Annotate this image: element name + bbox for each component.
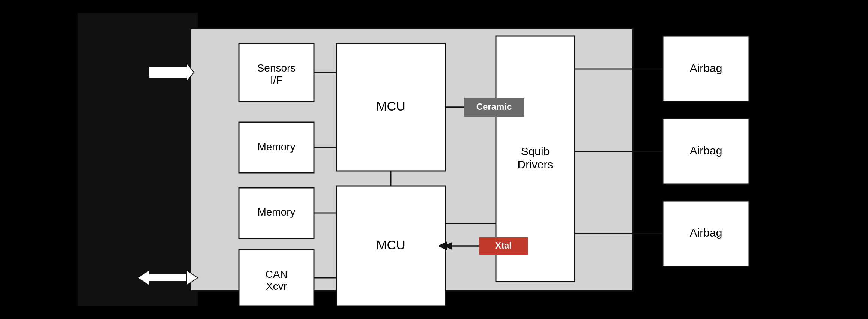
svg-text:Airbag: Airbag — [690, 61, 722, 74]
svg-rect-23 — [149, 274, 186, 282]
diagram-container: Sensors I/F Memory MCU Memory CAN Xcvr M… — [78, 13, 790, 306]
svg-text:Xtal: Xtal — [495, 240, 512, 250]
svg-text:MCU: MCU — [376, 99, 405, 113]
svg-text:I/F: I/F — [270, 74, 283, 86]
svg-text:Memory: Memory — [257, 141, 295, 153]
svg-rect-0 — [78, 13, 198, 306]
svg-text:Sensors: Sensors — [257, 62, 296, 74]
diagram-svg: Sensors I/F Memory MCU Memory CAN Xcvr M… — [78, 13, 790, 306]
svg-text:CAN: CAN — [265, 268, 287, 280]
svg-text:Airbag: Airbag — [690, 226, 722, 238]
svg-text:Airbag: Airbag — [690, 144, 722, 156]
svg-text:Memory: Memory — [257, 206, 295, 218]
svg-text:MCU: MCU — [376, 237, 405, 252]
svg-text:Drivers: Drivers — [518, 158, 553, 170]
svg-text:Ceramic: Ceramic — [476, 102, 512, 112]
svg-text:Xcvr: Xcvr — [266, 280, 287, 292]
svg-text:Squib: Squib — [521, 145, 550, 157]
